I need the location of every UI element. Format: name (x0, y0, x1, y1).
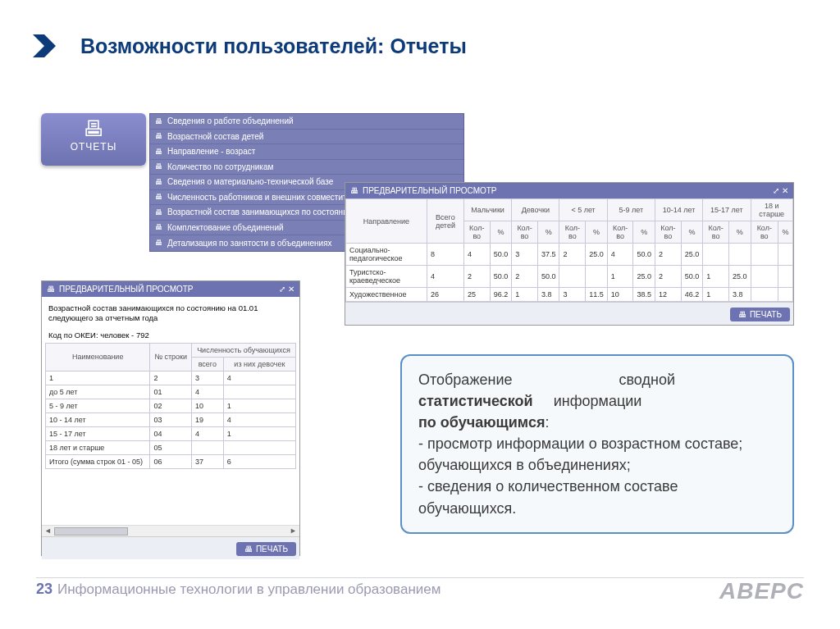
page-number: 23 (36, 581, 52, 598)
menu-item[interactable]: 🖶Возрастной состав детей (150, 130, 463, 145)
table-row: Туристско-краеведческое4250.0250.0125.02… (346, 266, 793, 288)
window-titlebar: 🖶 ПРЕДВАРИТЕЛЬНЫЙ ПРОСМОТР ⤢ ✕ (42, 281, 299, 297)
menu-label: Сведения о работе объединений (167, 116, 294, 125)
window-titlebar: 🖶 ПРЕДВАРИТЕЛЬНЫЙ ПРОСМОТР ⤢ ✕ (345, 183, 793, 198)
brand-logo: АВЕРС (719, 578, 804, 604)
print-button[interactable]: 🖶 ПЕЧАТЬ (236, 542, 296, 556)
table-row: Художественное262596.213.8311.51038.5124… (346, 288, 793, 302)
report-description: Возрастной состав занимающихся по состоя… (45, 300, 296, 327)
menu-label: Детализация по занятости в объединениях (167, 239, 332, 248)
table-row: Социально-педагогическое8450.0337.5225.0… (346, 244, 793, 266)
window-controls[interactable]: ⤢ ✕ (279, 285, 294, 294)
menu-label: Возрастной состав занимающихся по состоя… (167, 207, 354, 217)
window-controls[interactable]: ⤢ ✕ (773, 186, 788, 195)
print-button[interactable]: 🖶 ПЕЧАТЬ (730, 308, 790, 321)
footer-rule (36, 577, 804, 578)
menu-item[interactable]: 🖶Направление - возраст (150, 144, 463, 160)
okei-code: Код по ОКЕИ: человек - 792 (45, 327, 296, 343)
scroll-thumb[interactable] (54, 527, 128, 536)
reports-button-label: ОТЧЕТЫ (41, 141, 146, 153)
table-row: 1234 (46, 371, 296, 385)
scroll-left-icon[interactable]: ◄ (44, 526, 52, 535)
window-title: ПРЕДВАРИТЕЛЬНЫЙ ПРОСМОТР (59, 285, 194, 294)
data-table: Наименование№ строкиЧисленность обучающи… (45, 343, 296, 469)
callout-box: Отображение сводной статистической инфор… (400, 354, 794, 534)
table-row: 10 - 14 лет03194 (46, 412, 296, 426)
page-title: Возможности пользователей: Отчеты (80, 34, 467, 58)
printer-icon: 🖶 (155, 239, 162, 247)
printer-icon: 🖶 (47, 285, 55, 294)
printer-icon: 🖶 (738, 310, 746, 319)
menu-item[interactable]: 🖶Сведения о работе объединений (150, 114, 463, 130)
printer-icon: 🖶 (41, 118, 146, 139)
menu-item[interactable]: 🖶Количество по сотрудникам (150, 160, 463, 175)
table-row: Итого (сумма строк 01 - 05)06376 (46, 454, 296, 468)
preview-window-wide: 🖶 ПРЕДВАРИТЕЛЬНЫЙ ПРОСМОТР ⤢ ✕ Направлен… (345, 182, 794, 326)
printer-icon: 🖶 (155, 148, 162, 156)
printer-icon: 🖶 (244, 545, 253, 554)
printer-icon: 🖶 (155, 193, 162, 201)
menu-label: Комплектование объединений (167, 223, 284, 232)
table-row: до 5 лет014 (46, 385, 296, 399)
menu-label: Направление - возраст (167, 147, 255, 156)
footer-text: Информационные технологии в управлении о… (57, 581, 441, 598)
table-row: 5 - 9 лет02101 (46, 399, 296, 412)
table-row: 15 - 17 лет0441 (46, 426, 296, 440)
scrollbar-horizontal[interactable]: ◄ ► (42, 525, 299, 536)
menu-label: Сведения о материально-технической базе (167, 177, 333, 186)
printer-icon: 🖶 (155, 117, 162, 125)
chevron-icon (33, 34, 56, 57)
menu-label: Количество по сотрудникам (167, 162, 273, 171)
printer-icon: 🖶 (155, 162, 162, 171)
window-body: Возрастной состав занимающихся по состоя… (42, 297, 299, 525)
reports-button[interactable]: 🖶 ОТЧЕТЫ (41, 113, 146, 166)
window-title: ПРЕДВАРИТЕЛЬНЫЙ ПРОСМОТР (363, 186, 497, 195)
printer-icon: 🖶 (155, 178, 162, 186)
data-table: НаправлениеВсего детейМальчикиДевочки< 5… (345, 198, 793, 302)
preview-window-narrow: 🖶 ПРЕДВАРИТЕЛЬНЫЙ ПРОСМОТР ⤢ ✕ Возрастно… (41, 280, 300, 556)
menu-label: Численность работников и внешних совмест… (167, 193, 365, 202)
window-footer: 🖶 ПЕЧАТЬ (42, 536, 299, 559)
window-footer: 🖶 ПЕЧАТЬ (345, 302, 793, 325)
printer-icon: 🖶 (155, 132, 162, 140)
menu-label: Возрастной состав детей (167, 132, 263, 141)
printer-icon: 🖶 (350, 186, 358, 195)
printer-icon: 🖶 (155, 208, 162, 217)
table-row: 18 лет и старше05 (46, 440, 296, 454)
printer-icon: 🖶 (155, 223, 162, 231)
scroll-right-icon[interactable]: ► (290, 526, 297, 535)
